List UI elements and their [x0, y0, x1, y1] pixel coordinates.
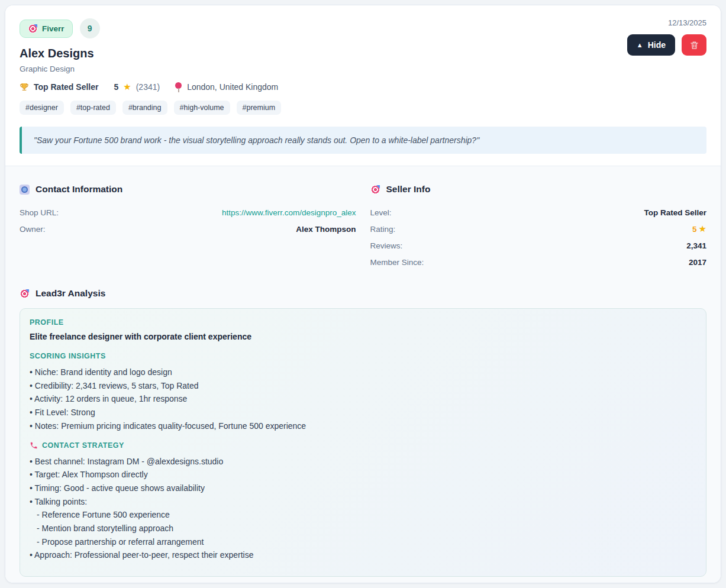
profile-heading: PROFILE [30, 318, 696, 327]
card-details: Contact Information Shop URL:https://www… [5, 166, 721, 583]
score-badge: 9 [80, 18, 100, 38]
star-icon: ★ [123, 82, 131, 92]
reviews-count: (2341) [136, 82, 160, 92]
insight-item: • Credibility: 2,341 reviews, 5 stars, T… [30, 379, 696, 393]
info-row-label: Shop URL: [20, 208, 59, 217]
seller-level-label: Top Rated Seller [34, 82, 98, 92]
target-icon [28, 24, 38, 34]
strategy-heading: CONTACT STRATEGY [30, 441, 696, 450]
info-row-label: Member Since: [370, 258, 424, 267]
tags-row: #designer#top-rated#branding#high-volume… [20, 101, 281, 115]
info-row-value: 2,341 [686, 241, 706, 250]
page-title: Alex Designs [20, 47, 281, 60]
strategy-heading-label: CONTACT STRATEGY [42, 441, 124, 450]
target-icon [370, 185, 380, 195]
star-icon: ★ [699, 224, 706, 234]
info-row-label: Level: [370, 208, 392, 217]
contact-information-section: Contact Information Shop URL:https://www… [20, 184, 356, 270]
strategy-item: - Mention brand storytelling approach [30, 522, 696, 535]
info-row-value: Alex Thompson [296, 225, 356, 234]
seller-rows: Level:Top Rated SellerRating:5★Reviews:2… [370, 204, 707, 270]
contact-strategy-list: • Best channel: Instagram DM - @alexdesi… [30, 455, 696, 563]
info-row: Member Since:2017 [370, 254, 707, 270]
tag-chip: #branding [122, 101, 167, 115]
target-icon [20, 289, 30, 299]
phone-icon [30, 441, 38, 450]
scoring-insights-list: • Niche: Brand identity and logo design•… [30, 366, 696, 433]
strategy-item: • Target: Alex Thompson directly [30, 468, 696, 482]
strategy-item: • Best channel: Instagram DM - @alexdesi… [30, 455, 696, 469]
info-row-label: Reviews: [370, 241, 403, 250]
tag-chip: #designer [20, 101, 64, 115]
info-row-label: Rating: [370, 225, 396, 234]
rating-value: 5 [114, 82, 118, 92]
hide-button[interactable]: ▲ Hide [627, 34, 675, 56]
insight-item: • Niche: Brand identity and logo design [30, 366, 696, 379]
rating-number: 5 [692, 225, 697, 234]
location-pin-icon [175, 82, 182, 92]
contact-info-icon [20, 185, 30, 195]
hide-button-label: Hide [648, 40, 666, 50]
info-row: Rating:5★ [370, 221, 707, 237]
strategy-item: • Timing: Good - active queue shows avai… [30, 482, 696, 495]
info-row: Owner:Alex Thompson [20, 221, 356, 237]
insight-item: • Activity: 12 orders in queue, 1hr resp… [30, 392, 696, 406]
delete-button[interactable] [682, 34, 706, 56]
tag-chip: #premium [237, 101, 282, 115]
tag-chip: #high-volume [174, 101, 230, 115]
contact-rows: Shop URL:https://www.fiverr.com/designpr… [20, 204, 356, 237]
tag-chip: #top-rated [70, 101, 116, 115]
info-row-value: 2017 [689, 258, 706, 267]
info-row: Shop URL:https://www.fiverr.com/designpr… [20, 204, 356, 221]
info-row-label: Owner: [20, 225, 46, 234]
analysis-header: Lead3r Analysis [20, 288, 706, 299]
analysis-box: PROFILE Elite freelance designer with co… [20, 308, 706, 577]
page-subtitle: Graphic Design [20, 64, 281, 73]
profile-text: Elite freelance designer with corporate … [30, 332, 696, 341]
triangle-up-icon: ▲ [637, 41, 643, 49]
location-label: London, United Kingdom [187, 82, 278, 92]
platform-badge: Fiverr [20, 20, 73, 38]
meta-row: Top Rated Seller 5 ★ (2341) London, Unit… [20, 82, 281, 92]
rating-value: 5★ [692, 224, 706, 234]
trophy-icon [20, 82, 29, 92]
platform-badge-label: Fiverr [42, 24, 64, 33]
card-header: Fiverr 9 Alex Designs Graphic Design Top… [5, 5, 721, 166]
shop-url-link[interactable]: https://www.fiverr.com/designpro_alex [222, 208, 356, 217]
lead-card: Fiverr 9 Alex Designs Graphic Design Top… [5, 5, 721, 583]
outreach-quote: "Saw your Fortune 500 brand work - the v… [20, 127, 706, 154]
info-row: Reviews:2,341 [370, 237, 707, 254]
insight-item: • Notes: Premium pricing indicates quali… [30, 419, 696, 433]
date-label: 12/13/2025 [668, 18, 706, 27]
trash-icon [689, 40, 699, 50]
contact-information-title: Contact Information [36, 184, 122, 195]
analysis-title-label: Lead3r Analysis [36, 288, 105, 299]
info-row-value: Top Rated Seller [644, 208, 706, 217]
strategy-item: • Approach: Professional peer-to-peer, r… [30, 548, 696, 562]
seller-info-title: Seller Info [386, 184, 431, 195]
strategy-item: - Propose partnership or referral arrang… [30, 535, 696, 549]
insight-item: • Fit Level: Strong [30, 406, 696, 419]
seller-info-section: Seller Info Level:Top Rated SellerRating… [370, 184, 707, 270]
strategy-item: • Talking points: [30, 495, 696, 509]
strategy-item: - Reference Fortune 500 experience [30, 508, 696, 522]
info-row: Level:Top Rated Seller [370, 204, 707, 221]
scoring-heading: SCORING INSIGHTS [30, 352, 696, 360]
